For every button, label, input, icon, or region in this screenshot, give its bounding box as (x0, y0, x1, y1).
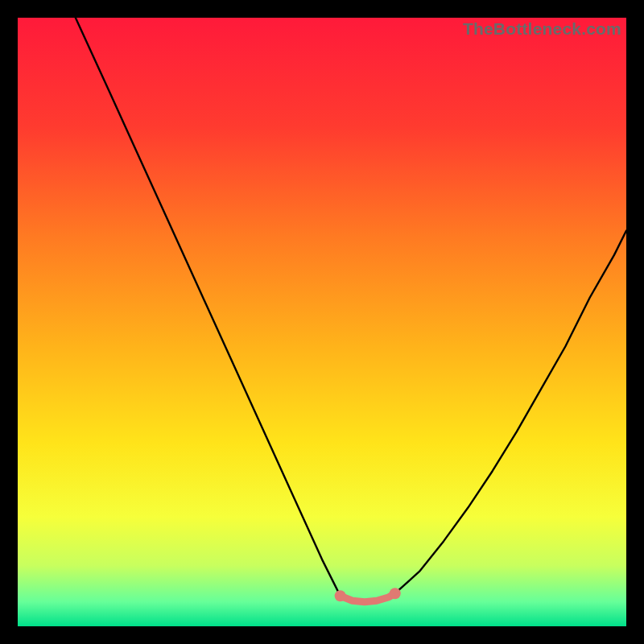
chart-background (18, 18, 626, 626)
chart-frame: TheBottleneck.com (18, 18, 626, 626)
svg-rect-0 (18, 18, 626, 626)
watermark-label: TheBottleneck.com (463, 19, 621, 39)
